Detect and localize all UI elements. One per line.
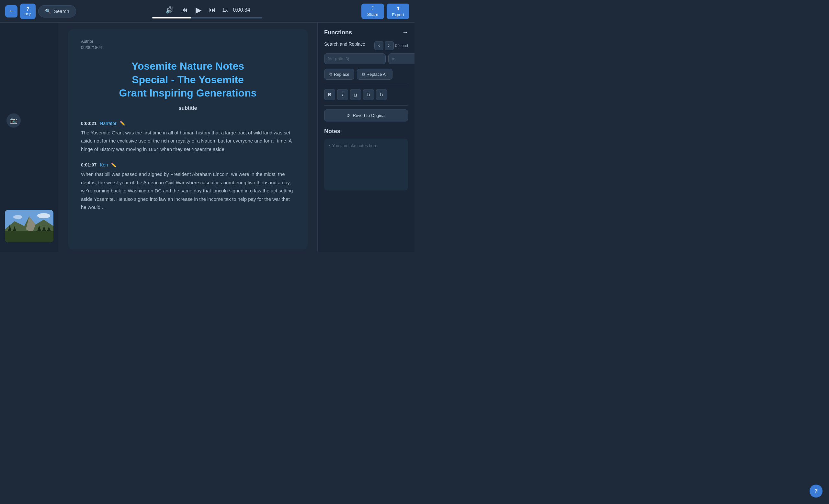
search-replace-controls: Search and Replace < > 0 found — [324, 41, 408, 50]
search-icon: 🔍 — [45, 8, 51, 14]
transcript-speaker-2: Ken — [100, 162, 108, 168]
help-button[interactable]: ? Help — [20, 4, 36, 19]
replace-label: Replace — [334, 72, 350, 77]
h-icon: h — [380, 92, 383, 97]
doc-title-line3: Grant Inspiring Generations — [119, 87, 257, 99]
transcript-edit-icon-1[interactable]: ✏️ — [120, 121, 125, 126]
notes-area[interactable]: You can take notes here. — [324, 139, 408, 190]
main-layout: 📷 — [0, 23, 414, 252]
volume-button[interactable]: 🔊 — [164, 5, 175, 15]
fastforward-button[interactable]: ⏭ — [208, 5, 217, 15]
format-buttons-row: B i u ti h — [324, 89, 408, 100]
ti-button[interactable]: ti — [363, 89, 374, 100]
author-label: Author — [81, 39, 295, 44]
replace-with-input[interactable] — [388, 53, 414, 64]
functions-expand-arrow[interactable]: → — [402, 29, 408, 36]
bold-button[interactable]: B — [324, 89, 335, 100]
search-for-input[interactable] — [324, 53, 386, 64]
search-next-button[interactable]: > — [385, 41, 394, 50]
back-icon: ← — [8, 8, 14, 14]
progress-fill — [152, 17, 191, 19]
replace-button[interactable]: ⧉ Replace — [324, 69, 354, 80]
topbar-right: ⤴ Share ⬆ Export — [361, 4, 409, 19]
replace-all-icon: ⧉ — [362, 72, 365, 77]
search-label: Search — [54, 8, 69, 14]
time-label: 0:00:34 — [233, 7, 250, 13]
doc-subtitle: subtitle — [81, 105, 295, 111]
underline-icon: u — [354, 92, 357, 97]
functions-header: Functions → — [324, 29, 408, 36]
search-button[interactable]: 🔍 Search — [38, 5, 76, 17]
doc-title: Yosemite Nature Notes Special - The Yose… — [81, 60, 295, 100]
italic-icon: i — [342, 92, 343, 97]
notes-title: Notes — [324, 128, 408, 135]
divider-1 — [324, 85, 408, 85]
fastforward-icon: ⏭ — [209, 6, 216, 13]
progress-bar[interactable] — [152, 17, 262, 19]
share-label: Share — [367, 12, 379, 17]
notes-placeholder-text: You can take notes here. — [329, 143, 403, 148]
svg-rect-3 — [5, 231, 53, 242]
replace-all-label: Replace All — [367, 72, 388, 77]
bold-icon: B — [328, 92, 331, 97]
rewind-button[interactable]: ⏮ — [180, 5, 189, 15]
video-thumbnail — [5, 210, 53, 242]
share-button[interactable]: ⤴ Share — [361, 4, 384, 19]
document-card: Author 06/30/1864 Yosemite Nature Notes … — [68, 29, 308, 249]
search-replace-label: Search and Replace — [324, 41, 365, 47]
transcript-speaker-1: Narrator — [100, 121, 116, 126]
transcript-text-2: When that bill was passed and signed by … — [81, 170, 295, 212]
topbar-left: ← ? Help 🔍 Search — [5, 4, 76, 19]
replace-icon: ⧉ — [329, 72, 332, 77]
transcript-text-1: The Yosemite Grant was the first time in… — [81, 129, 295, 153]
transcript-time-2: 0:01:07 — [81, 162, 97, 168]
thumbnail-image — [5, 210, 53, 242]
share-icon: ⤴ — [371, 5, 374, 11]
center-content[interactable]: Author 06/30/1864 Yosemite Nature Notes … — [58, 23, 317, 252]
doc-title-line1: Yosemite Nature Notes — [132, 60, 244, 72]
chevron-left-icon: < — [377, 43, 380, 48]
speed-label: 1x — [222, 7, 228, 13]
h-button[interactable]: h — [376, 89, 387, 100]
playback-controls: 🔊 ⏮ ▶ ⏭ 1x 0:00:34 — [164, 4, 250, 16]
transcript-edit-icon-2[interactable]: ✏️ — [111, 163, 116, 168]
video-off-icon: 📷 — [10, 117, 17, 124]
help-icon: ? — [26, 6, 30, 12]
italic-button[interactable]: i — [337, 89, 348, 100]
play-button[interactable]: ▶ — [194, 4, 203, 16]
help-label: Help — [25, 12, 31, 16]
replace-all-button[interactable]: ⧉ Replace All — [357, 69, 393, 80]
replace-buttons-row: ⧉ Replace ⧉ Replace All — [324, 69, 408, 80]
export-label: Export — [392, 12, 404, 17]
ti-icon: ti — [367, 92, 370, 97]
doc-title-line2: Special - The Yosemite — [132, 74, 244, 85]
found-count-label: 0 found — [395, 43, 408, 48]
revert-label: Revert to Original — [353, 113, 385, 118]
transcript-time-1: 0:00:21 — [81, 121, 97, 126]
functions-title: Functions — [324, 29, 352, 36]
video-toggle-button[interactable]: 📷 — [6, 113, 21, 128]
export-icon: ⬆ — [396, 5, 400, 12]
search-prev-button[interactable]: < — [374, 41, 384, 50]
divider-2 — [324, 105, 408, 106]
svg-point-9 — [37, 213, 50, 218]
back-button[interactable]: ← — [5, 5, 17, 17]
transcript-meta-2: 0:01:07 Ken ✏️ — [81, 162, 295, 168]
volume-icon: 🔊 — [166, 6, 174, 13]
transcript-block-2: 0:01:07 Ken ✏️ When that bill was passed… — [81, 162, 295, 212]
right-panel: Functions → Search and Replace < > 0 fou… — [317, 23, 414, 252]
export-button[interactable]: ⬆ Export — [387, 4, 409, 19]
play-icon: ▶ — [195, 5, 202, 14]
underline-button[interactable]: u — [350, 89, 361, 100]
transcript-block-1: 0:00:21 Narrator ✏️ The Yosemite Grant w… — [81, 121, 295, 153]
topbar: ← ? Help 🔍 Search 🔊 ⏮ ▶ ⏭ 1x 0:00:34 — [0, 0, 414, 23]
revert-button[interactable]: ↺ Revert to Original — [324, 109, 408, 121]
revert-icon: ↺ — [347, 113, 350, 118]
left-panel: 📷 — [0, 23, 58, 252]
svg-point-10 — [13, 215, 22, 219]
search-inputs-row — [324, 53, 408, 64]
transcript-meta-1: 0:00:21 Narrator ✏️ — [81, 121, 295, 126]
rewind-icon: ⏮ — [181, 6, 188, 13]
doc-date: 06/30/1864 — [81, 45, 295, 50]
topbar-center: 🔊 ⏮ ▶ ⏭ 1x 0:00:34 — [152, 4, 262, 19]
